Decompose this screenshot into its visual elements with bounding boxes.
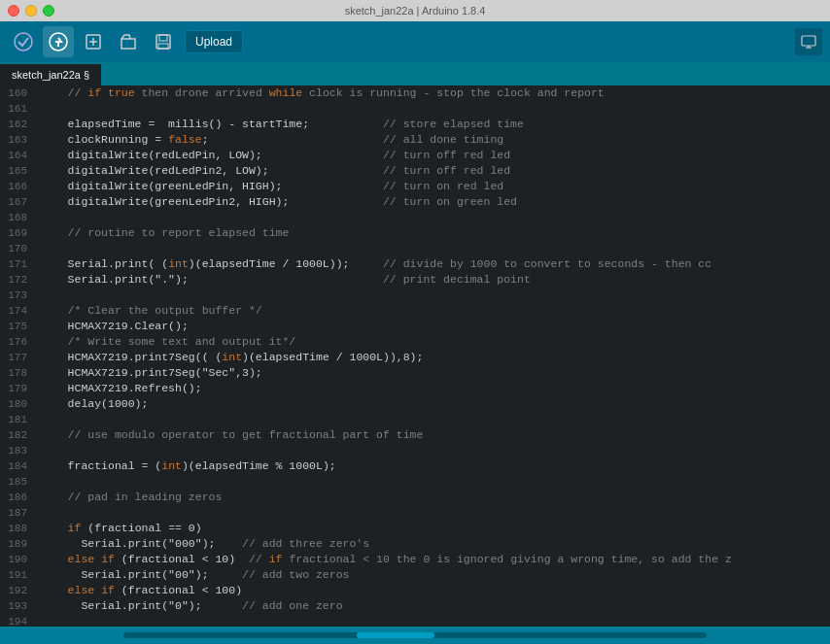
code-line: // if true then drone arrived while cloc… [37, 85, 830, 101]
code-line: digitalWrite(greenLedPin2, HIGH); // tur… [37, 194, 830, 210]
line-number: 194 [0, 614, 37, 627]
line-number: 172 [0, 272, 37, 288]
line-number: 164 [0, 148, 37, 163]
table-row: 171 Serial.print( (int)(elapsedTime / 10… [0, 256, 830, 272]
horizontal-scrollbar[interactable] [123, 632, 707, 638]
table-row: 169 // routine to report elapsed time [0, 225, 830, 241]
code-line: delay(1000); [37, 396, 830, 412]
code-line: HCMAX7219.Refresh(); [37, 381, 830, 396]
code-line: digitalWrite(redLedPin2, LOW); // turn o… [37, 163, 830, 179]
code-line: // use modulo operator to get fractional… [37, 427, 830, 443]
table-row: 181 [0, 412, 830, 427]
table-row: 186 // pad in leading zeros [0, 490, 830, 505]
code-line [37, 210, 830, 225]
line-number: 166 [0, 179, 37, 194]
line-number: 163 [0, 132, 37, 148]
table-row: 167 digitalWrite(greenLedPin2, HIGH); //… [0, 194, 830, 210]
line-number: 177 [0, 350, 37, 365]
table-row: 174 /* Clear the output buffer */ [0, 303, 830, 319]
tabbar: sketch_jan22a § [0, 62, 830, 85]
line-number: 174 [0, 303, 37, 319]
code-line: elapsedTime = millis() - startTime; // s… [37, 117, 830, 132]
line-number: 184 [0, 458, 37, 474]
code-line: HCMAX7219.print7Seg(( (int)(elapsedTime … [37, 350, 830, 365]
svg-rect-7 [159, 35, 167, 41]
line-number: 167 [0, 194, 37, 210]
line-number: 173 [0, 288, 37, 303]
table-row: 180 delay(1000); [0, 396, 830, 412]
table-row: 189 Serial.print("000"); // add three ze… [0, 536, 830, 552]
code-line: /* Write some text and output it*/ [37, 334, 830, 350]
upload-icon-button[interactable] [43, 26, 74, 57]
statusbar [0, 627, 830, 644]
code-line: HCMAX7219.Clear(); [37, 319, 830, 334]
table-row: 175 HCMAX7219.Clear(); [0, 319, 830, 334]
code-editor[interactable]: 160 // if true then drone arrived while … [0, 85, 830, 627]
code-line: else if (fractional < 10) // if fraction… [37, 552, 830, 567]
line-number: 186 [0, 490, 37, 505]
line-number: 189 [0, 536, 37, 552]
line-number: 168 [0, 210, 37, 225]
window-title: sketch_jan22a | Arduino 1.8.4 [345, 5, 486, 17]
tab-label: sketch_jan22a § [12, 69, 89, 81]
verify-button[interactable] [8, 26, 39, 57]
active-tab[interactable]: sketch_jan22a § [0, 64, 101, 85]
table-row: 187 [0, 505, 830, 521]
line-number: 191 [0, 567, 37, 583]
table-row: 176 /* Write some text and output it*/ [0, 334, 830, 350]
maximize-button[interactable] [43, 5, 54, 17]
line-number: 183 [0, 443, 37, 458]
open-button[interactable] [113, 26, 144, 57]
table-row: 173 [0, 288, 830, 303]
serial-monitor-button[interactable] [795, 28, 822, 55]
line-number: 192 [0, 583, 37, 598]
code-line: digitalWrite(redLedPin, LOW); // turn of… [37, 148, 830, 163]
code-line [37, 614, 830, 627]
line-number: 161 [0, 101, 37, 117]
code-line [37, 241, 830, 256]
code-line: Serial.print("000"); // add three zero's [37, 536, 830, 552]
close-button[interactable] [8, 5, 19, 17]
code-line: Serial.print( (int)(elapsedTime / 1000L)… [37, 256, 830, 272]
new-sketch-button[interactable] [78, 26, 109, 57]
line-number: 171 [0, 256, 37, 272]
code-line [37, 443, 830, 458]
line-number: 187 [0, 505, 37, 521]
line-number: 185 [0, 474, 37, 490]
code-line: /* Clear the output buffer */ [37, 303, 830, 319]
table-row: 191 Serial.print("00"); // add two zeros [0, 567, 830, 583]
minimize-button[interactable] [25, 5, 37, 17]
scroll-thumb [357, 632, 434, 638]
line-number: 181 [0, 412, 37, 427]
code-line: Serial.print("0"); // add one zero [37, 598, 830, 614]
code-line: clockRunning = false; // all done timing [37, 132, 830, 148]
table-row: 165 digitalWrite(redLedPin2, LOW); // tu… [0, 163, 830, 179]
table-row: 179 HCMAX7219.Refresh(); [0, 381, 830, 396]
table-row: 188 if (fractional == 0) [0, 521, 830, 536]
table-row: 190 else if (fractional < 10) // if frac… [0, 552, 830, 567]
code-line: else if (fractional < 100) [37, 583, 830, 598]
table-row: 193 Serial.print("0"); // add one zero [0, 598, 830, 614]
line-number: 169 [0, 225, 37, 241]
line-number: 190 [0, 552, 37, 567]
window-controls [8, 5, 54, 17]
line-number: 193 [0, 598, 37, 614]
table-row: 194 [0, 614, 830, 627]
code-line [37, 101, 830, 117]
code-line [37, 474, 830, 490]
line-number: 175 [0, 319, 37, 334]
table-row: 166 digitalWrite(greenLedPin, HIGH); // … [0, 179, 830, 194]
table-row: 164 digitalWrite(redLedPin, LOW); // tur… [0, 148, 830, 163]
table-row: 168 [0, 210, 830, 225]
table-row: 162 elapsedTime = millis() - startTime; … [0, 117, 830, 132]
code-line [37, 412, 830, 427]
svg-rect-9 [802, 36, 815, 46]
code-line: fractional = (int)(elapsedTime % 1000L); [37, 458, 830, 474]
code-line [37, 288, 830, 303]
save-button[interactable] [148, 26, 179, 57]
table-row: 161 [0, 101, 830, 117]
upload-button[interactable]: Upload [185, 30, 243, 53]
line-number: 180 [0, 396, 37, 412]
line-number: 182 [0, 427, 37, 443]
table-row: 177 HCMAX7219.print7Seg(( (int)(elapsedT… [0, 350, 830, 365]
